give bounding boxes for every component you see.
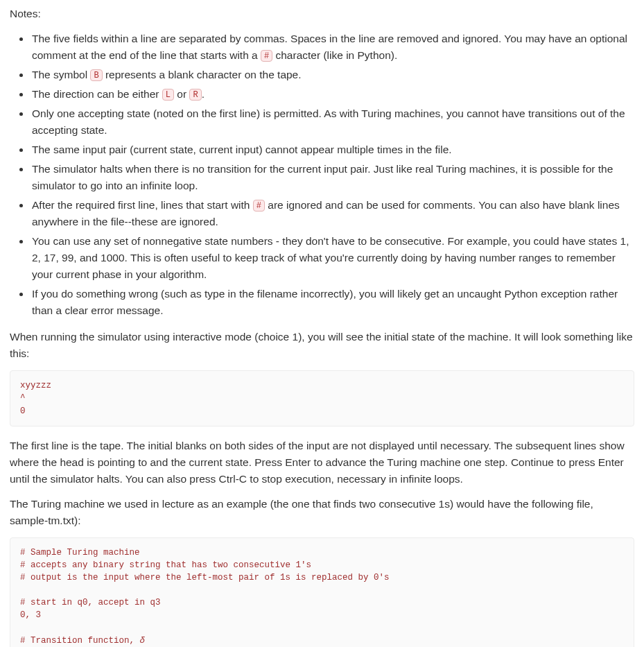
notes-item: After the required first line, lines tha… [31, 197, 634, 230]
notes-item: You can use any set of nonnegative state… [31, 233, 634, 283]
tape-explanation-paragraph: The first line is the tape. The initial … [10, 438, 634, 488]
sample-tm-codeblock: # Sample Turing machine # accepts any bi… [10, 537, 634, 647]
hash-symbol: # [261, 50, 272, 62]
notes-item: Only one accepting state (noted on the f… [31, 105, 634, 139]
notes-item: The simulator halts when there is no tra… [31, 161, 634, 194]
notes-item: If you do something wrong (such as type … [31, 286, 634, 319]
blank-symbol: B [90, 69, 102, 81]
hash-symbol: # [253, 200, 265, 212]
note-text: represents a blank character on the tape… [103, 69, 302, 80]
notes-list: The five fields within a line are separa… [10, 31, 634, 319]
note-text: or [174, 88, 189, 100]
notes-heading: Notes: [10, 6, 634, 22]
initial-state-codeblock: xyyzzz ^ 0 [10, 370, 634, 426]
note-text: After the required first line, lines tha… [32, 199, 253, 211]
right-symbol: R [189, 89, 201, 101]
notes-item: The symbol B represents a blank characte… [31, 67, 634, 83]
interactive-mode-paragraph: When running the simulator using interac… [10, 329, 634, 362]
notes-item: The direction can be either L or R. [31, 86, 634, 103]
note-text: The symbol [32, 69, 90, 80]
notes-item: The same input pair (current state, curr… [31, 141, 634, 158]
notes-item: The five fields within a line are separa… [31, 31, 634, 64]
note-text: The direction can be either [32, 88, 162, 100]
left-symbol: L [162, 89, 174, 101]
delta-symbol: δ [140, 636, 146, 646]
sample-tm-intro-paragraph: The Turing machine we used in lecture as… [10, 496, 634, 529]
note-text: character (like in Python). [272, 49, 397, 61]
note-text: . [202, 88, 204, 100]
code-text: # Sample Turing machine # accepts any bi… [20, 548, 390, 646]
